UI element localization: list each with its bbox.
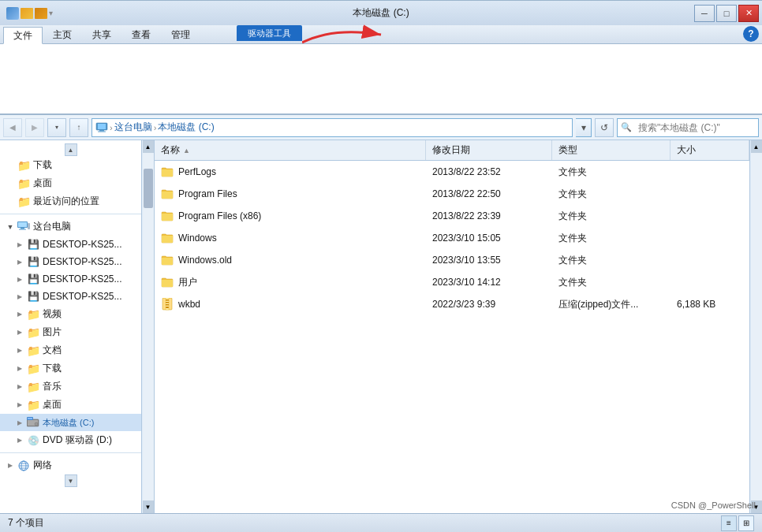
svg-rect-9	[28, 223, 30, 229]
sidebar-item-downloads[interactable]: 📁 下载	[0, 156, 141, 174]
col-header-date[interactable]: 修改日期	[426, 140, 552, 160]
file-row-users[interactable]: 用户 2023/3/10 14:12 文件夹	[155, 271, 749, 293]
col-header-name[interactable]: 名称 ▲	[155, 140, 426, 160]
file-row-wkbd[interactable]: wkbd 2022/3/23 9:39 压缩(zipped)文件... 6,18…	[155, 293, 749, 315]
tab-home[interactable]: 主页	[43, 26, 82, 43]
sidebar-scroll-track[interactable]	[143, 153, 154, 500]
folder-icon	[161, 232, 174, 244]
toolbar-icon2[interactable]	[35, 8, 47, 19]
sidebar-item-documents[interactable]: ▶ 📁 文档	[0, 341, 141, 359]
sidebar-separator2	[0, 452, 141, 453]
folder-icon	[161, 210, 174, 222]
sidebar-item-desktop-ks2[interactable]: ▶ 💾 DESKTOP-KS25...	[0, 253, 141, 270]
title-bar-left: ▾	[6, 7, 53, 20]
item-count: 7 个项目	[8, 516, 44, 530]
content-scroll-down-btn[interactable]: ▼	[751, 500, 762, 513]
close-button[interactable]: ✕	[738, 5, 759, 22]
search-box[interactable]: 🔍	[617, 118, 759, 137]
title-bar-buttons: ─ □ ✕	[694, 5, 759, 22]
drive-icon: 💾	[27, 273, 39, 285]
content-scroll-track[interactable]	[751, 153, 762, 500]
content-scrollbar[interactable]: ▲ ▼	[749, 140, 762, 513]
svg-rect-4	[98, 131, 106, 132]
drive-icon: 💾	[27, 290, 39, 303]
sidebar-scroll-down-btn[interactable]: ▼	[143, 500, 154, 513]
up-button[interactable]: ↑	[69, 118, 88, 137]
sidebar-scrollbar[interactable]: ▲ ▼	[142, 140, 155, 513]
tab-view[interactable]: 查看	[121, 26, 161, 43]
folder-icon: 📁	[27, 308, 39, 321]
tab-share[interactable]: 共享	[82, 26, 121, 43]
window-icon	[6, 7, 19, 20]
sidebar-scroll-up[interactable]: ▲	[65, 143, 77, 156]
window-title: 本地磁盘 (C:)	[353, 6, 409, 20]
maximize-button[interactable]: □	[716, 5, 737, 22]
svg-rect-23	[166, 302, 169, 303]
drive-icon: 💾	[27, 255, 39, 268]
svg-point-12	[35, 422, 38, 426]
file-row-program-files-x86[interactable]: Program Files (x86) 2013/8/22 23:39 文件夹	[155, 205, 749, 227]
sidebar: ▲ 📁 下载 📁 桌面 📁 最近访问的位置 ▼	[0, 140, 142, 513]
file-row-windows[interactable]: Windows 2023/3/10 15:05 文件夹	[155, 227, 749, 249]
help-button[interactable]: ?	[743, 26, 759, 42]
svg-rect-14	[28, 418, 32, 419]
minimize-button[interactable]: ─	[694, 5, 715, 22]
folder-icon: 📁	[27, 399, 39, 411]
address-path-field[interactable]: › 这台电脑 › 本地磁盘 (C:)	[92, 118, 573, 137]
address-dropdown-button[interactable]: ▾	[576, 118, 592, 137]
toolbar-icon1[interactable]	[21, 8, 33, 19]
svg-rect-2	[98, 124, 106, 129]
detail-view-button[interactable]: ⊞	[738, 515, 754, 531]
tab-manage[interactable]: 管理	[161, 26, 200, 43]
folder-icon: 📁	[17, 159, 30, 172]
search-icon: 🔍	[618, 122, 635, 132]
sidebar-item-desktop[interactable]: 📁 桌面	[0, 174, 141, 192]
col-header-type[interactable]: 类型	[552, 140, 670, 160]
sidebar-item-downloads2[interactable]: ▶ 📁 下载	[0, 359, 141, 378]
svg-rect-25	[166, 307, 169, 308]
folder-icon	[161, 188, 174, 200]
sidebar-item-pictures[interactable]: ▶ 📁 图片	[0, 323, 141, 341]
c-drive-icon	[27, 416, 39, 429]
sidebar-item-this-pc[interactable]: ▼ 这台电脑	[0, 218, 141, 236]
list-view-button[interactable]: ≡	[721, 515, 737, 531]
sidebar-item-network[interactable]: ▶ 网络	[0, 456, 141, 474]
sidebar-item-desktop-ks3[interactable]: ▶ 💾 DESKTOP-KS25...	[0, 270, 141, 288]
zip-icon	[161, 298, 174, 311]
file-row-program-files[interactable]: Program Files 2013/8/22 22:50 文件夹	[155, 183, 749, 205]
sidebar-item-recent[interactable]: 📁 最近访问的位置	[0, 192, 141, 210]
folder-icon: 📁	[27, 381, 39, 393]
sidebar-item-desktop2[interactable]: ▶ 📁 桌面	[0, 396, 141, 414]
sidebar-item-videos[interactable]: ▶ 📁 视频	[0, 305, 141, 323]
column-headers: 名称 ▲ 修改日期 类型 大小	[155, 140, 749, 161]
address-path-content: › 这台电脑 › 本地磁盘 (C:)	[92, 121, 218, 134]
drive-icon: 💾	[27, 238, 39, 251]
computer-small-icon	[17, 221, 30, 233]
sidebar-item-dvd[interactable]: ▶ 💿 DVD 驱动器 (D:)	[0, 431, 141, 449]
back-button[interactable]: ◀	[3, 118, 22, 137]
sidebar-item-desktop-ks1[interactable]: ▶ 💾 DESKTOP-KS25...	[0, 236, 141, 253]
sidebar-separator	[0, 214, 141, 214]
sidebar-item-music[interactable]: ▶ 📁 音乐	[0, 378, 141, 396]
forward-button[interactable]: ▶	[25, 118, 44, 137]
sidebar-item-c-drive[interactable]: ▶ 本地磁盘 (C:)	[0, 414, 141, 431]
red-arrow-annotation-1	[302, 19, 397, 66]
refresh-button[interactable]: ↺	[595, 118, 614, 137]
sidebar-scroll-down[interactable]: ▼	[65, 474, 77, 487]
driver-tools-tab[interactable]: 驱动器工具	[237, 25, 302, 41]
file-row-perflogs[interactable]: PerfLogs 2013/8/22 23:52 文件夹	[155, 161, 749, 183]
dvd-icon: 💿	[27, 434, 39, 447]
folder-icon: 📁	[17, 177, 30, 190]
file-row-windows-old[interactable]: Windows.old 2023/3/10 13:55 文件夹	[155, 249, 749, 271]
tab-file[interactable]: 文件	[3, 27, 43, 44]
folder-icon	[161, 276, 174, 288]
recent-button[interactable]: ▾	[47, 118, 66, 137]
folder-icon: 📁	[27, 326, 39, 339]
svg-rect-22	[166, 299, 169, 301]
search-input[interactable]	[635, 122, 760, 133]
content-scroll-up-btn[interactable]: ▲	[751, 140, 762, 153]
col-header-size[interactable]: 大小	[670, 140, 749, 160]
sidebar-scroll-up-btn[interactable]: ▲	[143, 140, 154, 153]
sidebar-item-desktop-ks4[interactable]: ▶ 💾 DESKTOP-KS25...	[0, 288, 141, 305]
sidebar-scroll-thumb[interactable]	[144, 169, 153, 208]
